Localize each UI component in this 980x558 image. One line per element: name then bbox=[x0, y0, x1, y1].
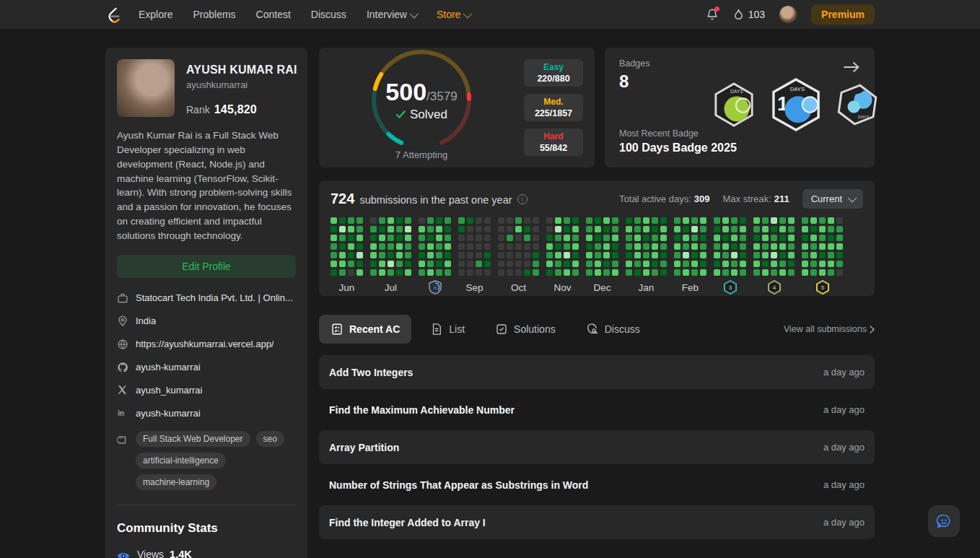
heatmap-day-cell[interactable] bbox=[533, 243, 539, 250]
heatmap-day-cell[interactable] bbox=[626, 235, 632, 241]
heatmap-day-cell[interactable] bbox=[524, 235, 530, 241]
heatmap-day-cell[interactable] bbox=[714, 235, 720, 241]
nav-item-contest[interactable]: Contest bbox=[256, 9, 291, 20]
heatmap-day-cell[interactable] bbox=[427, 269, 434, 276]
heatmap-day-cell[interactable] bbox=[836, 243, 843, 250]
heatmap-day-cell[interactable] bbox=[467, 235, 473, 241]
heatmap-day-cell[interactable] bbox=[388, 261, 394, 267]
heatmap-day-cell[interactable] bbox=[555, 235, 561, 241]
heatmap-day-cell[interactable] bbox=[819, 243, 826, 250]
heatmap-day-cell[interactable] bbox=[331, 261, 337, 267]
heatmap-day-cell[interactable] bbox=[700, 217, 706, 224]
heatmap-day-cell[interactable] bbox=[788, 217, 795, 224]
tab-solutions[interactable]: Solutions bbox=[484, 315, 567, 344]
heatmap-day-cell[interactable] bbox=[771, 252, 777, 258]
skill-tag[interactable]: Full Stack Web Developer bbox=[136, 431, 250, 447]
heatmap-day-cell[interactable] bbox=[691, 243, 698, 250]
heatmap-day-cell[interactable] bbox=[564, 217, 570, 224]
heatmap-day-cell[interactable] bbox=[484, 235, 491, 241]
heatmap-day-cell[interactable] bbox=[498, 252, 504, 258]
heatmap-day-cell[interactable] bbox=[634, 235, 641, 241]
heatmap-day-cell[interactable] bbox=[379, 269, 385, 276]
heatmap-day-cell[interactable] bbox=[691, 261, 698, 267]
badge-50-days-icon[interactable]: DAYS bbox=[713, 82, 755, 127]
heatmap-day-cell[interactable] bbox=[370, 252, 377, 258]
heatmap-day-cell[interactable] bbox=[802, 217, 808, 224]
heatmap-day-cell[interactable] bbox=[731, 235, 738, 241]
heatmap-day-cell[interactable] bbox=[762, 261, 769, 267]
heatmap-day-cell[interactable] bbox=[612, 226, 618, 232]
heatmap-day-cell[interactable] bbox=[476, 269, 482, 276]
heatmap-day-cell[interactable] bbox=[722, 217, 729, 224]
heatmap-day-cell[interactable] bbox=[722, 261, 729, 267]
heatmap-day-cell[interactable] bbox=[762, 226, 769, 232]
heatmap-day-cell[interactable] bbox=[388, 269, 394, 276]
heatmap-day-cell[interactable] bbox=[753, 243, 760, 250]
heatmap-day-cell[interactable] bbox=[603, 261, 610, 267]
heatmap-day-cell[interactable] bbox=[714, 226, 720, 232]
heatmap-day-cell[interactable] bbox=[674, 261, 681, 267]
heatmap-day-cell[interactable] bbox=[634, 217, 641, 224]
heatmap-day-cell[interactable] bbox=[555, 269, 561, 276]
heatmap-day-cell[interactable] bbox=[762, 235, 769, 241]
heatmap-day-cell[interactable] bbox=[714, 269, 720, 276]
heatmap-day-cell[interactable] bbox=[546, 235, 553, 241]
heatmap-day-cell[interactable] bbox=[722, 235, 729, 241]
heatmap-day-cell[interactable] bbox=[603, 243, 610, 250]
heatmap-day-cell[interactable] bbox=[331, 226, 337, 232]
skill-tag[interactable]: artificial-intelligence bbox=[136, 453, 226, 468]
profile-link-globe[interactable]: https://ayushkumarrai.vercel.app/ bbox=[117, 339, 296, 350]
heatmap-day-cell[interactable] bbox=[802, 235, 808, 241]
heatmap-day-cell[interactable] bbox=[836, 235, 843, 241]
heatmap-day-cell[interactable] bbox=[564, 261, 570, 267]
heatmap-day-cell[interactable] bbox=[436, 235, 442, 241]
heatmap-day-cell[interactable] bbox=[788, 243, 795, 250]
heatmap-day-cell[interactable] bbox=[810, 269, 817, 276]
heatmap-day-cell[interactable] bbox=[419, 252, 425, 258]
heatmap-day-cell[interactable] bbox=[722, 226, 729, 232]
heatmap-day-cell[interactable] bbox=[603, 226, 610, 232]
heatmap-day-cell[interactable] bbox=[356, 217, 363, 224]
heatmap-day-cell[interactable] bbox=[660, 243, 667, 250]
heatmap-day-cell[interactable] bbox=[586, 269, 592, 276]
heatmap-day-cell[interactable] bbox=[612, 217, 618, 224]
heatmap-day-cell[interactable] bbox=[762, 269, 769, 276]
heatmap-day-cell[interactable] bbox=[652, 243, 658, 250]
heatmap-day-cell[interactable] bbox=[836, 217, 843, 224]
heatmap-day-cell[interactable] bbox=[779, 243, 786, 250]
heatmap-day-cell[interactable] bbox=[740, 261, 746, 267]
heatmap-day-cell[interactable] bbox=[515, 217, 522, 224]
heatmap-day-cell[interactable] bbox=[634, 226, 641, 232]
heatmap-day-cell[interactable] bbox=[356, 235, 363, 241]
heatmap-day-cell[interactable] bbox=[779, 217, 786, 224]
heatmap-day-cell[interactable] bbox=[356, 269, 363, 276]
heatmap-day-cell[interactable] bbox=[427, 243, 434, 250]
nav-item-discuss[interactable]: Discuss bbox=[311, 9, 346, 20]
heatmap-day-cell[interactable] bbox=[419, 269, 425, 276]
heatmap-day-cell[interactable] bbox=[819, 261, 826, 267]
nav-item-store[interactable]: Store bbox=[437, 9, 470, 20]
heatmap-day-cell[interactable] bbox=[458, 217, 465, 224]
heatmap-day-cell[interactable] bbox=[612, 269, 618, 276]
heatmap-day-cell[interactable] bbox=[436, 252, 442, 258]
profile-link-briefcase[interactable]: Statocart Tech India Pvt. Ltd. | Onlin..… bbox=[117, 292, 296, 304]
heatmap-day-cell[interactable] bbox=[700, 252, 706, 258]
heatmap-day-cell[interactable] bbox=[507, 217, 513, 224]
heatmap-day-cell[interactable] bbox=[507, 269, 513, 276]
heatmap-day-cell[interactable] bbox=[515, 226, 522, 232]
heatmap-day-cell[interactable] bbox=[612, 243, 618, 250]
heatmap-day-cell[interactable] bbox=[339, 243, 346, 250]
heatmap-day-cell[interactable] bbox=[405, 235, 411, 241]
heatmap-day-cell[interactable] bbox=[396, 243, 403, 250]
heatmap-day-cell[interactable] bbox=[819, 269, 826, 276]
heatmap-day-cell[interactable] bbox=[595, 261, 601, 267]
heatmap-day-cell[interactable] bbox=[572, 252, 579, 258]
heatmap-day-cell[interactable] bbox=[683, 269, 689, 276]
heatmap-day-cell[interactable] bbox=[572, 235, 579, 241]
heatmap-day-cell[interactable] bbox=[533, 235, 539, 241]
heatmap-day-cell[interactable] bbox=[507, 243, 513, 250]
skill-tag[interactable]: machine-learning bbox=[136, 474, 216, 490]
heatmap-day-cell[interactable] bbox=[683, 226, 689, 232]
heatmap-day-cell[interactable] bbox=[753, 235, 760, 241]
nav-item-explore[interactable]: Explore bbox=[139, 9, 172, 20]
